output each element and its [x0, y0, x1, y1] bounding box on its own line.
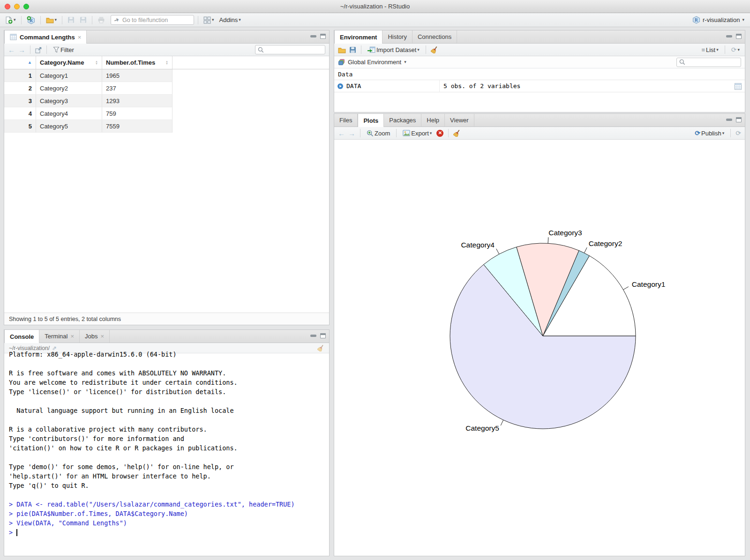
- remove-plot-button[interactable]: ✕: [436, 130, 443, 137]
- table-cell[interactable]: Category4: [36, 107, 102, 120]
- table-cell[interactable]: 237: [102, 82, 172, 95]
- table-cell[interactable]: Category3: [36, 95, 102, 107]
- close-window-button[interactable]: [5, 4, 10, 9]
- tab-history[interactable]: History: [382, 30, 412, 43]
- column-header-number-of-times[interactable]: Number.of.Times ▲▼: [102, 56, 172, 69]
- maximize-pane-button[interactable]: [320, 333, 326, 338]
- maximize-pane-button[interactable]: [320, 34, 326, 39]
- load-workspace-button[interactable]: [338, 46, 346, 53]
- table-row[interactable]: 5Category57559: [4, 120, 329, 133]
- filter-button[interactable]: Filter: [52, 45, 75, 54]
- table-status-bar: Showing 1 to 5 of 5 entries, 2 total col…: [4, 313, 329, 325]
- project-menu[interactable]: r-visualization ▾: [692, 16, 744, 24]
- view-object-button[interactable]: [734, 82, 742, 90]
- column-header-category-name[interactable]: Category.Name ▲▼: [36, 56, 102, 69]
- refresh-plot-button[interactable]: ⟳: [735, 129, 741, 137]
- tab-help[interactable]: Help: [421, 114, 445, 127]
- tab-viewer[interactable]: Viewer: [445, 114, 474, 127]
- publish-button[interactable]: ⟳ Publish ▾: [693, 128, 726, 138]
- environment-pane: Environment History Connections Import D…: [334, 30, 745, 112]
- tab-command-lengths[interactable]: Command Lengths ×: [4, 30, 87, 44]
- console-output-line: Type 'demo()' for some demos, 'help()' f…: [9, 462, 324, 471]
- table-body: 1Category119652Category22373Category3129…: [4, 69, 329, 133]
- close-icon[interactable]: ×: [78, 34, 82, 41]
- save-workspace-button[interactable]: [349, 46, 356, 53]
- table-cell[interactable]: Category2: [36, 82, 102, 95]
- open-file-button[interactable]: ▾: [45, 15, 59, 24]
- import-dataset-button[interactable]: Import Dataset ▾: [366, 45, 421, 54]
- tab-terminal[interactable]: Terminal×: [39, 330, 80, 343]
- table-cell[interactable]: 3: [4, 95, 36, 107]
- export-plot-button[interactable]: Export ▾: [401, 129, 433, 138]
- table-row[interactable]: 2Category2237: [4, 82, 329, 95]
- divider: [361, 45, 361, 54]
- tab-files[interactable]: Files: [334, 114, 358, 127]
- environment-object-row[interactable]: DATA5 obs. of 2 variables: [334, 80, 745, 92]
- zoom-plot-button[interactable]: Zoom: [365, 129, 391, 138]
- tab-jobs[interactable]: Jobs×: [80, 330, 110, 343]
- table-cell[interactable]: 759: [102, 107, 172, 120]
- table-row[interactable]: 1Category11965: [4, 69, 329, 82]
- forward-button[interactable]: →: [18, 46, 25, 54]
- popout-button[interactable]: [35, 46, 42, 53]
- clear-plots-button[interactable]: [453, 129, 461, 137]
- print-button[interactable]: [96, 15, 106, 24]
- pie-label-category5: Category5: [465, 424, 499, 432]
- table-cell[interactable]: 1293: [102, 95, 172, 107]
- minimize-pane-button[interactable]: [310, 35, 316, 37]
- divider: [46, 45, 47, 54]
- table-row[interactable]: 4Category4759: [4, 107, 329, 120]
- table-cell[interactable]: Category5: [36, 120, 102, 133]
- previous-plot-button[interactable]: ←: [338, 129, 345, 137]
- minimize-pane-button[interactable]: [726, 119, 732, 121]
- refresh-environment-button[interactable]: ⟳ ▾: [730, 45, 741, 54]
- list-view-button[interactable]: ≡ List ▾: [700, 45, 720, 54]
- refresh-icon: ⟳: [731, 46, 737, 53]
- table-cell[interactable]: 4: [4, 107, 36, 120]
- table-cell[interactable]: 5: [4, 120, 36, 133]
- back-button[interactable]: ←: [8, 46, 15, 54]
- row-number-header[interactable]: ▲: [4, 56, 36, 69]
- tab-packages[interactable]: Packages: [384, 114, 421, 127]
- pie-label-tick: [501, 420, 503, 426]
- tab-plots[interactable]: Plots: [358, 114, 384, 127]
- table-cell[interactable]: 1: [4, 69, 36, 82]
- new-file-button[interactable]: ▾: [4, 15, 17, 25]
- next-plot-button[interactable]: →: [348, 129, 355, 137]
- environment-search-input[interactable]: [687, 59, 738, 66]
- save-all-button[interactable]: [78, 15, 88, 24]
- minimize-window-button[interactable]: [14, 4, 20, 9]
- minimize-pane-button[interactable]: [726, 35, 732, 37]
- close-icon[interactable]: ×: [100, 333, 104, 340]
- close-icon[interactable]: ×: [70, 333, 74, 340]
- list-icon: ≡: [701, 46, 705, 53]
- pie-chart: Category1Category2Category3Category4Cate…: [334, 140, 745, 556]
- table-cell[interactable]: 7559: [102, 120, 172, 133]
- tab-console[interactable]: Console: [4, 330, 39, 343]
- save-button[interactable]: [66, 15, 76, 24]
- goto-file-input[interactable]: [121, 16, 182, 24]
- divider: [396, 129, 397, 137]
- global-environment-menu[interactable]: Global Environment ▾: [338, 59, 406, 66]
- clear-workspace-button[interactable]: [431, 46, 438, 54]
- minimize-pane-button[interactable]: [310, 335, 316, 337]
- table-row[interactable]: 3Category31293: [4, 95, 329, 107]
- table-cell[interactable]: 2: [4, 82, 36, 95]
- expand-object-icon[interactable]: [337, 83, 344, 90]
- addins-menu[interactable]: Addins▾: [218, 15, 242, 24]
- table-cell[interactable]: 1965: [102, 69, 172, 82]
- new-project-button[interactable]: [25, 15, 37, 25]
- maximize-pane-button[interactable]: [736, 117, 742, 122]
- zoom-window-button[interactable]: [23, 4, 29, 9]
- viewer-search-input[interactable]: [266, 46, 316, 53]
- import-dataset-icon: [368, 46, 375, 53]
- tab-connections[interactable]: Connections: [412, 30, 457, 43]
- maximize-pane-button[interactable]: [736, 34, 742, 39]
- pane-layout-button[interactable]: ▾: [202, 15, 216, 25]
- clear-console-button[interactable]: [317, 344, 324, 351]
- table-cell[interactable]: Category1: [36, 69, 102, 82]
- spreadsheet-icon: [734, 83, 742, 90]
- tab-environment[interactable]: Environment: [334, 30, 382, 44]
- chevron-down-icon: ▾: [55, 18, 57, 22]
- console-output[interactable]: Platform: x86_64-apple-darwin15.6.0 (64-…: [4, 349, 329, 537]
